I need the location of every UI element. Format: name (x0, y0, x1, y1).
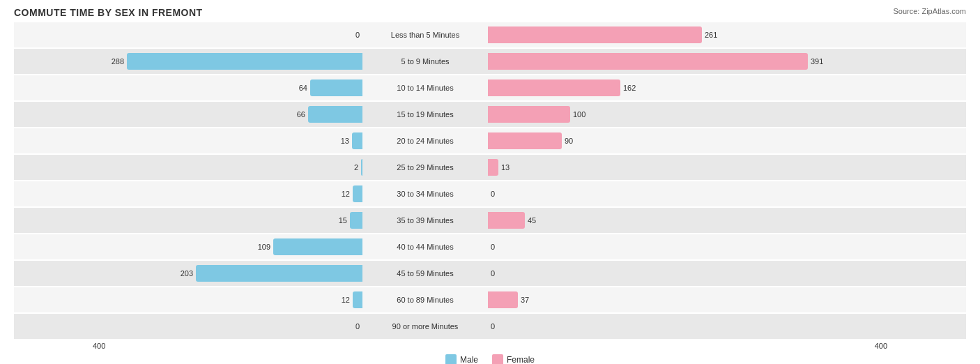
bar-row: 090 or more Minutes0 (14, 314, 966, 339)
source-text: Source: ZipAtlas.com (893, 7, 966, 15)
row-label: 40 to 44 Minutes (362, 243, 488, 251)
bar-female (488, 79, 620, 96)
bar-row: 1535 to 39 Minutes45 (14, 208, 966, 233)
row-label: 10 to 14 Minutes (362, 84, 488, 92)
left-section: 0 (14, 314, 362, 339)
right-section: 13 (488, 155, 836, 180)
female-value: 0 (491, 243, 495, 251)
male-value: 203 (181, 269, 193, 278)
bar-row: 2885 to 9 Minutes391 (14, 49, 966, 74)
male-value: 15 (339, 216, 347, 225)
left-section: 109 (14, 234, 362, 259)
row-label: 60 to 89 Minutes (362, 296, 488, 304)
row-label: 35 to 39 Minutes (362, 216, 488, 225)
bar-row: 1320 to 24 Minutes90 (14, 128, 966, 153)
bar-male (273, 238, 362, 255)
chart-title: COMMUTE TIME BY SEX IN FREMONT (14, 7, 966, 18)
female-value: 100 (573, 110, 585, 119)
male-value: 0 (355, 322, 360, 331)
legend-female-box (492, 354, 503, 364)
bar-female (488, 159, 498, 176)
left-section: 203 (14, 261, 362, 286)
female-value: 162 (623, 84, 636, 92)
female-value: 261 (705, 31, 717, 39)
right-section: 45 (488, 208, 836, 233)
right-section: 0 (488, 314, 836, 339)
bar-row: 225 to 29 Minutes13 (14, 155, 966, 180)
male-value: 66 (297, 110, 305, 119)
left-section: 288 (14, 49, 362, 74)
legend-female-label: Female (507, 355, 535, 364)
left-section: 13 (14, 128, 362, 153)
right-section: 0 (488, 234, 836, 259)
row-label: 20 to 24 Minutes (362, 137, 488, 145)
bar-female (488, 26, 702, 43)
bar-row: 6615 to 19 Minutes100 (14, 102, 966, 127)
female-value: 0 (491, 269, 495, 278)
male-value: 0 (355, 31, 360, 39)
bar-row: 0Less than 5 Minutes261 (14, 22, 966, 47)
row-label: Less than 5 Minutes (362, 31, 488, 39)
left-section: 64 (14, 75, 362, 100)
legend: Male Female (14, 354, 966, 364)
bar-male (310, 79, 362, 96)
bar-row: 1230 to 34 Minutes0 (14, 181, 966, 206)
female-value: 90 (565, 137, 573, 145)
male-value: 64 (299, 84, 307, 92)
right-section: 0 (488, 181, 836, 206)
bar-female (488, 291, 518, 308)
row-label: 25 to 29 Minutes (362, 163, 488, 172)
row-label: 90 or more Minutes (362, 322, 488, 331)
male-value: 13 (341, 137, 349, 145)
female-value: 0 (491, 190, 495, 198)
bar-male (127, 53, 362, 70)
row-label: 30 to 34 Minutes (362, 190, 488, 198)
right-section: 261 (488, 22, 836, 47)
male-value: 288 (112, 57, 124, 66)
bar-row: 20345 to 59 Minutes0 (14, 261, 966, 286)
bar-female (488, 132, 562, 149)
left-section: 15 (14, 208, 362, 233)
bar-male (353, 291, 362, 308)
right-section: 391 (488, 49, 836, 74)
male-value: 12 (342, 296, 350, 304)
right-section: 100 (488, 102, 836, 127)
legend-male-box (445, 354, 457, 364)
axis-right: 400 (618, 342, 966, 350)
bars-area: 0Less than 5 Minutes2612885 to 9 Minutes… (14, 22, 966, 339)
right-section: 37 (488, 287, 836, 312)
bar-male (352, 132, 362, 149)
female-value: 0 (491, 322, 495, 331)
male-value: 12 (342, 190, 350, 198)
female-value: 45 (528, 216, 536, 225)
bar-male (196, 265, 362, 282)
bar-row: 1260 to 89 Minutes37 (14, 287, 966, 312)
male-value: 2 (354, 163, 358, 172)
right-section: 90 (488, 128, 836, 153)
chart-container: COMMUTE TIME BY SEX IN FREMONT Source: Z… (0, 0, 980, 364)
bar-row: 6410 to 14 Minutes162 (14, 75, 966, 100)
female-value: 37 (521, 296, 529, 304)
left-section: 12 (14, 287, 362, 312)
row-label: 5 to 9 Minutes (362, 57, 488, 66)
bar-row: 10940 to 44 Minutes0 (14, 234, 966, 259)
legend-male: Male (445, 354, 478, 364)
bar-male (350, 212, 362, 229)
left-section: 2 (14, 155, 362, 180)
row-label: 15 to 19 Minutes (362, 110, 488, 119)
legend-male-label: Male (460, 355, 478, 364)
right-section: 0 (488, 261, 836, 286)
female-value: 13 (501, 163, 510, 172)
bar-female (488, 106, 570, 123)
bar-female (488, 212, 525, 229)
left-section: 66 (14, 102, 362, 127)
bar-female (488, 53, 808, 70)
row-label: 45 to 59 Minutes (362, 269, 488, 278)
bar-male (353, 185, 362, 202)
bar-male (308, 106, 362, 123)
right-section: 162 (488, 75, 836, 100)
axis-left: 400 (14, 342, 362, 350)
legend-female: Female (492, 354, 535, 364)
left-section: 12 (14, 181, 362, 206)
male-value: 109 (258, 243, 270, 251)
